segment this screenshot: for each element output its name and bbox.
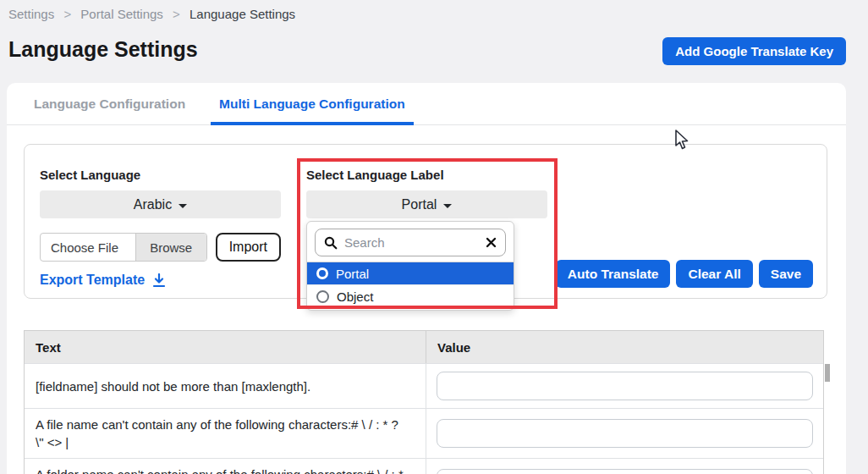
- dropdown-option-portal[interactable]: Portal: [307, 262, 514, 284]
- page-title: Language Settings: [8, 37, 198, 62]
- breadcrumb: Settings > Portal Settings > Language Se…: [8, 7, 295, 21]
- tab-language-configuration[interactable]: Language Configuration: [25, 83, 194, 124]
- export-template-link[interactable]: Export Template: [40, 273, 281, 288]
- language-label-select-dropdown[interactable]: Portal: [306, 190, 547, 218]
- add-google-translate-key-button[interactable]: Add Google Translate Key: [662, 37, 846, 65]
- breadcrumb-settings[interactable]: Settings: [8, 7, 54, 21]
- translation-value-input[interactable]: [437, 372, 813, 400]
- language-label-dropdown-popup: Portal Object: [306, 221, 514, 311]
- text-cell: A file name can't contain any of the fol…: [25, 409, 426, 458]
- form-actions: Auto Translate Clear All Save: [556, 260, 813, 288]
- table-row: [fieldname] should not be more than [max…: [25, 363, 823, 408]
- breadcrumb-portal-settings[interactable]: Portal Settings: [80, 7, 163, 21]
- column-header-text: Text: [25, 331, 426, 363]
- breadcrumb-language-settings: Language Settings: [190, 7, 295, 21]
- translation-value-input[interactable]: [437, 419, 813, 448]
- radio-unselected-icon: [316, 290, 329, 303]
- column-header-value: Value: [426, 331, 823, 363]
- option-label: Object: [337, 289, 373, 304]
- search-icon: [324, 236, 338, 250]
- breadcrumb-separator-icon: >: [173, 7, 180, 21]
- translations-table: Text Value [fieldname] should not be mor…: [24, 330, 824, 474]
- breadcrumb-separator-icon: >: [63, 7, 71, 21]
- radio-selected-icon: [316, 267, 328, 279]
- language-settings-page: Settings > Portal Settings > Language Se…: [0, 0, 868, 474]
- text-cell: A folder name can't contain any of the f…: [25, 459, 426, 474]
- select-language-label-text: Select Language Label: [306, 168, 547, 182]
- language-select-dropdown[interactable]: Arabic: [40, 190, 281, 218]
- tab-multi-language-configuration[interactable]: Multi Language Configuration: [211, 83, 414, 124]
- value-cell: [426, 409, 823, 458]
- select-language-label-group: Select Language Label Portal: [306, 168, 547, 218]
- select-language-label-text: Select Language: [40, 168, 281, 182]
- option-label: Portal: [336, 267, 369, 281]
- import-button[interactable]: Import: [216, 233, 281, 262]
- translation-form-panel: Select Language Arabic Choose File Brows…: [24, 144, 827, 299]
- text-cell: [fieldname] should not be more than [max…: [25, 364, 426, 408]
- download-icon: [152, 273, 166, 288]
- clear-all-button[interactable]: Clear All: [676, 260, 752, 288]
- table-scrollbar-thumb[interactable]: [825, 364, 830, 382]
- browse-button[interactable]: Browse: [135, 234, 206, 261]
- save-button[interactable]: Save: [759, 260, 813, 288]
- value-cell: [426, 364, 823, 408]
- file-name-text: Choose File: [41, 234, 135, 261]
- dropdown-option-object[interactable]: Object: [307, 284, 514, 307]
- value-cell: [426, 459, 823, 474]
- export-template-label: Export Template: [40, 273, 145, 288]
- dropdown-search-box: [315, 229, 506, 256]
- language-label-select-value: Portal: [402, 197, 437, 212]
- language-select-value: Arabic: [134, 197, 172, 212]
- table-row: A file name can't contain any of the fol…: [25, 408, 823, 458]
- import-file-row: Choose File Browse Import: [40, 233, 281, 262]
- table-header-row: Text Value: [25, 331, 823, 363]
- chevron-down-icon: [179, 204, 187, 208]
- tab-bar: Language Configuration Multi Language Co…: [7, 83, 846, 125]
- file-upload-input[interactable]: Choose File Browse: [40, 233, 207, 262]
- table-row: A folder name can't contain any of the f…: [25, 458, 823, 474]
- select-language-group: Select Language Arabic Choose File Brows…: [40, 168, 281, 288]
- clear-search-icon[interactable]: [486, 237, 497, 248]
- auto-translate-button[interactable]: Auto Translate: [556, 260, 671, 288]
- chevron-down-icon: [443, 204, 452, 208]
- dropdown-search-input[interactable]: [344, 235, 479, 250]
- translation-value-input[interactable]: [437, 469, 813, 474]
